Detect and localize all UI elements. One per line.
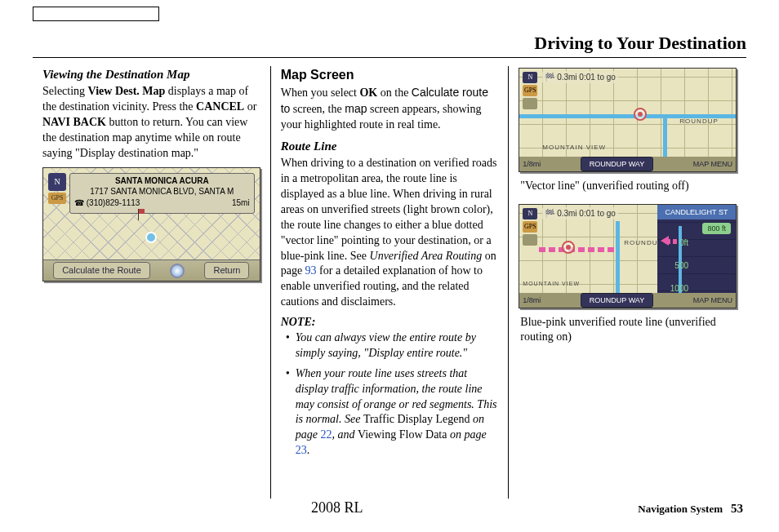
caption-vector-on: Blue-pink unverified route line (unverif… — [520, 315, 737, 346]
para-map-screen: When you select OK on the Calculate rout… — [281, 85, 499, 133]
text-bold: OK — [359, 86, 377, 99]
column-1: Viewing the Destination Map Selecting Vi… — [33, 66, 270, 499]
compass-icon: N — [523, 208, 537, 219]
heading-map-screen: Map Screen — [281, 66, 499, 84]
compass-icon: N — [523, 72, 537, 83]
street-center: ROUNDUP WAY — [581, 293, 653, 308]
page-ref-link[interactable]: 22 — [320, 428, 332, 441]
figure-vector-line-off: N GPS 🏁 0.3mi 0:01 to go ROUNDUP MOUNTAI… — [519, 68, 737, 172]
footer-model: 2008 RL — [36, 498, 638, 517]
top-empty-box — [33, 7, 159, 21]
text: Selecting — [42, 85, 88, 97]
text-italic: Unverified Area Routing — [370, 250, 483, 262]
text: When you select — [281, 86, 360, 99]
scale-tick: 500 — [674, 260, 688, 272]
content-columns: Viewing the Destination Map Selecting Vi… — [33, 66, 746, 499]
page-ref-link[interactable]: 93 — [305, 264, 317, 277]
destination-info-box: SANTA MONICA ACURA 1717 SANTA MONICA BLV… — [69, 173, 255, 214]
return-button[interactable]: Return — [204, 262, 249, 279]
text: screen, the — [290, 103, 345, 115]
column-2: Map Screen When you select OK on the Cal… — [270, 66, 509, 499]
dest-distance: 15mi — [232, 198, 250, 209]
scale-label: 1/8mi — [519, 295, 544, 305]
gps-icon: GPS — [523, 221, 537, 233]
route-line-blue-v — [616, 221, 620, 293]
page-footer: 2008 RL Navigation System 53 — [0, 498, 779, 517]
distance-text: 0.3mi 0:01 to go — [557, 209, 616, 218]
vehicle-position-icon — [145, 232, 157, 243]
gps-icon: GPS — [48, 193, 66, 204]
map-menu-button[interactable]: MAP MENU — [690, 295, 736, 305]
option-icon — [523, 98, 537, 109]
caption-vector-off: "Vector line" (unverified routing off) — [520, 179, 737, 194]
distance-readout: 🏁 0.3mi 0:01 to go — [542, 71, 618, 84]
street-center: ROUNDUP WAY — [581, 157, 653, 171]
heading-route-line: Route Line — [281, 138, 499, 154]
note-bullet-2: When your route line uses streets that d… — [284, 366, 499, 459]
text: on page — [447, 428, 486, 441]
scale-tick: 0ft — [679, 237, 688, 249]
text: or — [244, 100, 256, 113]
page-ref-link[interactable]: 23 — [296, 444, 307, 456]
compass-icon: N — [48, 173, 66, 191]
figure-bottom-bar: Calculate the Route Return — [43, 259, 260, 281]
text: . — [307, 444, 310, 456]
street-label: MOUNTAIN VIEW — [523, 280, 580, 287]
panel-street-name: CANDLELIGHT ST — [657, 205, 736, 219]
map-menu-button[interactable]: MAP MENU — [690, 159, 736, 169]
figure-destination-map: N GPS SANTA MONICA ACURA 1717 SANTA MONI… — [42, 167, 260, 282]
street-label: MOUNTAIN VIEW — [542, 144, 606, 153]
text: on the — [377, 86, 412, 99]
para-route-line: When driving to a destination on verifie… — [281, 156, 499, 310]
calculate-route-button[interactable]: Calculate the Route — [53, 262, 150, 279]
note-label: NOTE: — [281, 315, 499, 330]
option-icon — [523, 234, 537, 246]
figure-bottom-bar: 1/8mi ROUNDUP WAY MAP MENU — [519, 293, 736, 308]
route-line-blue-v — [663, 114, 667, 157]
joystick-icon — [170, 264, 185, 278]
text-bold: View Dest. Map — [88, 85, 166, 97]
para-viewing-dest: Selecting View Dest. Map displays a map … — [42, 84, 260, 161]
figure-vector-line-on: N GPS 🏁 0.3mi 0:01 to go ROUNDUP MOUNTAI… — [519, 204, 737, 308]
destination-marker-icon — [562, 241, 575, 254]
side-icons: N GPS — [523, 208, 539, 247]
column-3: N GPS 🏁 0.3mi 0:01 to go ROUNDUP MOUNTAI… — [508, 66, 746, 499]
text-upright: Viewing Flow Data — [358, 428, 447, 441]
dest-name: SANTA MONICA ACURA — [74, 176, 250, 187]
distance-text: 0.3mi 0:01 to go — [557, 73, 616, 82]
page-title: Driving to Your Destination — [33, 31, 746, 58]
note-bullet-1: You can always view the entire route by … — [284, 330, 499, 361]
figure-bottom-bar: 1/8mi ROUNDUP WAY MAP MENU — [519, 157, 736, 171]
distance-marker: 800 ft — [702, 223, 731, 234]
text-bold: CANCEL — [196, 100, 244, 113]
text: When driving to a destination on verifie… — [281, 157, 497, 261]
text-bold: NAVI BACK — [42, 116, 106, 128]
turn-arrow-icon — [661, 236, 669, 246]
note-bullets: You can always view the entire route by … — [284, 330, 499, 459]
gps-icon: GPS — [523, 85, 537, 96]
street-label: ROUNDUP — [679, 117, 718, 126]
route-line-pink — [539, 247, 617, 252]
scale-label: 1/8mi — [519, 159, 544, 169]
text: , and — [332, 428, 358, 441]
destination-flag-icon — [138, 209, 146, 220]
footer-page-number: 53 — [731, 500, 743, 516]
dest-phone: (310)829-1113 — [87, 198, 140, 207]
heading-viewing-dest-map: Viewing the Destination Map — [42, 66, 260, 82]
footer-section-label: Navigation System — [638, 502, 723, 516]
destination-marker-icon — [634, 108, 647, 121]
dest-address: 1717 SANTA MONICA BLVD, SANTA M — [74, 187, 250, 197]
side-icons: N GPS — [523, 72, 539, 111]
text-sans: map — [345, 102, 367, 115]
distance-readout: 🏁 0.3mi 0:01 to go — [542, 207, 618, 220]
text-upright: Traffic Display Legend — [363, 413, 470, 425]
